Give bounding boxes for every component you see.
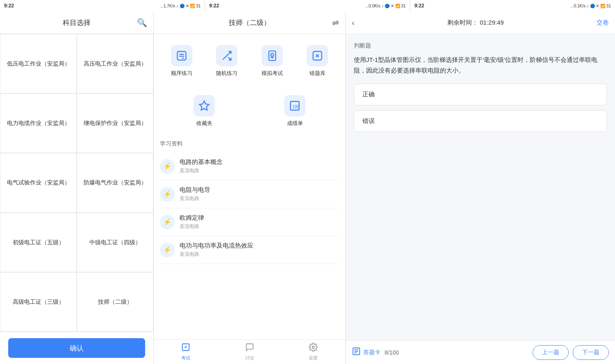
subject-item[interactable]: 继电保护作业（安监局） (77, 93, 153, 153)
func-favorites-label: 收藏夹 (196, 120, 212, 127)
subject-item[interactable]: 电气试验作业（安监局） (0, 153, 77, 212)
answer-card-button[interactable]: 答题卡 (352, 347, 380, 358)
exam-footer: 答题卡 8/100 上一题 下一题 (346, 340, 615, 364)
svg-point-14 (312, 346, 314, 348)
exam-body: 判断题 使用JT-1型晶体管图示仪，当阶梯选择开关置于'毫安/级'位置时，阶梯信… (346, 34, 615, 340)
study-functions: 顺序练习 随机练习 (160, 40, 339, 82)
exam-panel: ‹ 剩余时间： 01:29:49 交卷 判断题 使用JT-1型晶体管图示仪，当阶… (346, 11, 615, 364)
subject-panel-title: 科目选择 (63, 18, 91, 27)
material-icon-2: ⚡ (160, 187, 175, 202)
material-text-1: 电路的基本概念 直流电路 (180, 158, 339, 174)
material-text-4: 电功与电功率及电流热效应 直流电路 (180, 242, 339, 258)
material-sub-3: 直流电路 (180, 223, 339, 230)
status-bar-2: 9:22 ...0.0K/s ♪ 🔵 ✕ 📶 31 (205, 0, 410, 11)
next-button[interactable]: 下一题 (573, 345, 609, 360)
answer-option-correct-label: 正确 (362, 91, 375, 98)
question-type: 判断题 (354, 42, 607, 50)
material-text-2: 电阻与电导 直流电路 (180, 186, 339, 202)
svg-point-6 (271, 53, 273, 56)
func-scores-label: 成绩单 (287, 120, 303, 127)
answer-card-label: 答题卡 (363, 349, 380, 356)
material-item-3[interactable]: ⚡ 欧姆定律 直流电路 (160, 208, 339, 236)
material-title-4: 电功与电功率及电流热效应 (180, 242, 339, 250)
icons-2: ...0.0K/s ♪ 🔵 ✕ 📶 31 (365, 4, 406, 8)
material-icon-3: ⚡ (160, 215, 175, 230)
func-favorites[interactable]: 收藏夹 (160, 90, 248, 132)
prev-button[interactable]: 上一题 (533, 345, 569, 360)
settings-nav-icon (309, 343, 318, 354)
nav-exam[interactable]: 考试 (154, 341, 218, 363)
time-3: 9:22 (415, 3, 424, 9)
material-item-4[interactable]: ⚡ 电功与电功率及电流热效应 直流电路 (160, 236, 339, 264)
material-section-title: 学习资料 (160, 140, 339, 148)
status-bar-3: 9:22 ...0.1K/s ♪ 🔵 ✕ 📶 31 (410, 0, 615, 11)
material-sub-4: 直流电路 (180, 251, 339, 258)
subject-item[interactable]: 防爆电气作业（安监局） (77, 153, 153, 212)
confirm-button[interactable]: 确认 (8, 338, 145, 358)
answer-option-wrong[interactable]: 错误 (354, 110, 607, 132)
timer-value: 01:29:49 (480, 19, 503, 26)
status-bar-1: 9:22 ...1.7K/s ♪ 🔵 ✕ 📶 31 (0, 0, 205, 11)
nav-exam-label: 考试 (181, 355, 190, 361)
subject-item[interactable]: 高压电工作业（安监局） (77, 34, 153, 93)
func-sequential-label: 顺序练习 (171, 70, 192, 77)
exchange-icon[interactable]: ⇌ (332, 18, 339, 27)
material-title-3: 欧姆定律 (180, 214, 339, 222)
progress-text: 8/100 (385, 349, 399, 356)
nav-discuss[interactable]: 讨论 (218, 341, 282, 363)
search-icon[interactable]: 🔍 (137, 18, 147, 27)
subject-grid: 低压电工作业（安监局） 高压电工作业（安监局） 电力电缆作业（安监局） 继电保护… (0, 34, 153, 332)
answer-option-correct[interactable]: 正确 (354, 84, 607, 105)
func-mock-exam[interactable]: 模拟考试 (251, 40, 294, 82)
study-body: 顺序练习 随机练习 (154, 34, 345, 339)
nav-settings-label: 设置 (309, 355, 318, 361)
material-item-2[interactable]: ⚡ 电阻与电导 直流电路 (160, 180, 339, 208)
subject-item[interactable]: 高级电工证（三级） (0, 272, 77, 332)
material-sub-1: 直流电路 (180, 167, 339, 174)
nav-settings[interactable]: 设置 (281, 341, 345, 363)
scores-icon: 100 (284, 95, 305, 116)
subject-panel-header: 科目选择 🔍 (0, 11, 153, 34)
subject-item[interactable]: 低压电工作业（安监局） (0, 34, 77, 93)
func-random[interactable]: 随机练习 (205, 40, 249, 82)
material-title-1: 电路的基本概念 (180, 158, 339, 166)
subject-item[interactable]: 电力电缆作业（安监局） (0, 93, 77, 153)
timer-display: 剩余时间： 01:29:49 (359, 19, 592, 27)
subject-item[interactable]: 中级电工证（四级） (77, 213, 153, 272)
svg-text:100: 100 (292, 104, 300, 109)
material-item-1[interactable]: ⚡ 电路的基本概念 直流电路 (160, 152, 339, 180)
svg-marker-10 (199, 101, 209, 110)
material-icon-4: ⚡ (160, 243, 175, 257)
time-2: 9:22 (209, 3, 219, 9)
favorites-icon (194, 95, 215, 116)
answer-option-wrong-label: 错误 (362, 117, 375, 124)
status-bars: 9:22 ...1.7K/s ♪ 🔵 ✕ 📶 31 9:22 ...0.0K/s… (0, 0, 615, 11)
random-icon (216, 45, 237, 66)
func-sequential[interactable]: 顺序练习 (160, 40, 203, 82)
icons-1: ...1.7K/s ♪ 🔵 ✕ 📶 31 (160, 4, 201, 8)
material-title-2: 电阻与电导 (180, 186, 339, 194)
study-panel-title: 技师（二级） (229, 18, 271, 27)
material-text-3: 欧姆定律 直流电路 (180, 214, 339, 230)
timer-label: 剩余时间： (447, 19, 478, 26)
exam-nav-buttons: 上一题 下一题 (533, 345, 609, 360)
exam-header: ‹ 剩余时间： 01:29:49 交卷 (346, 11, 615, 34)
subject-panel: 科目选择 🔍 低压电工作业（安监局） 高压电工作业（安监局） 电力电缆作业（安监… (0, 11, 154, 364)
exam-nav-icon (181, 343, 190, 354)
back-icon[interactable]: ‹ (352, 18, 355, 27)
subject-item[interactable]: 技师（二级） (77, 272, 153, 332)
func-scores[interactable]: 100 成绩单 (251, 90, 339, 132)
discuss-nav-icon (245, 343, 254, 354)
func-mock-exam-label: 模拟考试 (262, 70, 283, 77)
main-container: 科目选择 🔍 低压电工作业（安监局） 高压电工作业（安监局） 电力电缆作业（安监… (0, 11, 615, 364)
study-header: 技师（二级） ⇌ (154, 11, 345, 34)
bottom-nav: 考试 讨论 设置 (154, 339, 345, 364)
answer-card-icon (352, 347, 361, 358)
mock-exam-icon (262, 45, 283, 66)
subject-item[interactable]: 初级电工证（五级） (0, 213, 77, 272)
func-error-bank-label: 错题库 (310, 70, 326, 77)
submit-button[interactable]: 交卷 (597, 19, 609, 27)
func-error-bank[interactable]: 错题库 (296, 40, 339, 82)
confirm-btn-area: 确认 (0, 332, 153, 364)
icons-3: ...0.1K/s ♪ 🔵 ✕ 📶 31 (570, 4, 611, 8)
